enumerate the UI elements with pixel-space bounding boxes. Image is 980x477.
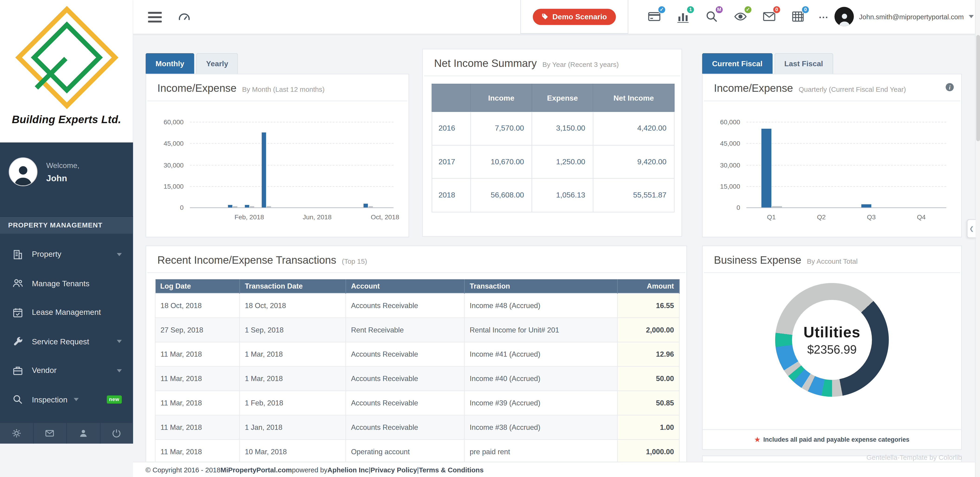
chart-bar [364,204,368,207]
transaction-cell: pre paid rent [465,440,617,464]
account-cell: Accounts Receivable [346,293,465,318]
transaction-date-cell: 1 Mar, 2018 [239,342,346,366]
log-date-cell: 11 Mar, 2018 [155,391,239,415]
chart-bar [233,206,237,207]
monthly-bar-chart: 60,00045,00030,00015,0000Feb, 2018Jun, 2… [154,121,399,208]
collapse-panel-handle[interactable]: ❮ [967,219,976,238]
logout-icon[interactable] [100,423,133,443]
sidebar-item-lease-management[interactable]: Lease Management [0,298,133,327]
chevron-down-icon [117,369,122,372]
scrollbar[interactable] [975,0,980,477]
card-title: Income/Expense [158,83,237,94]
sidebar-item-manage-tenants[interactable]: Manage Tenants [0,269,133,298]
tab-last-fiscal[interactable]: Last Fiscal [775,53,833,74]
expense-cell: 3,150.00 [532,111,593,145]
card-title: Income/Expense [714,83,793,94]
new-badge: new [107,396,122,404]
transaction-cell: Income #41 (Accrued) [465,342,617,366]
fiscal-tabs: Current Fiscal Last Fiscal [702,53,835,74]
user-email: John.smith@mipropertyportal.com [859,13,964,20]
username: John [46,173,80,183]
sidebar-menu: Property Manage Tenants Lease Management… [0,240,133,443]
messages-icon[interactable] [33,423,67,443]
log-date-cell: 18 Oct, 2018 [155,293,239,318]
dashboard-content: Monthly Yearly Income/ExpenseBy Month (L… [133,34,980,477]
log-date-cell: 11 Mar, 2018 [155,415,239,440]
briefcase-icon [13,365,23,376]
sidebar-item-inspection[interactable]: Inspection new [0,385,133,414]
mail-icon[interactable]: 0 [761,9,777,24]
column-header-transaction-date[interactable]: Transaction Date [239,279,346,293]
schedule-badge: 0 [801,6,810,14]
transaction-cell: Rental Income for Unit# 201 [465,318,617,342]
tag-icon [542,13,549,20]
transaction-cell: Income #39 (Accrued) [465,391,617,415]
chevron-down-icon [117,253,122,256]
year-cell: 2018 [432,178,471,212]
tab-yearly[interactable]: Yearly [196,53,238,74]
transaction-cell: Income #38 (Accrued) [465,415,617,440]
building-icon [13,249,23,260]
column-header-net-income: Net Income [593,84,674,111]
info-icon[interactable]: i [946,83,954,91]
transaction-row: 11 Mar, 2018 1 Mar, 2018 Accounts Receiv… [155,342,679,366]
transaction-row: 11 Mar, 2018 1 Mar, 2018 Accounts Receiv… [155,366,679,391]
chart-bar [250,206,255,207]
net-income-row: 2016 7,570.00 3,150.00 4,420.00 [432,111,674,145]
reports-icon[interactable]: 1 [675,9,691,24]
site-link[interactable]: MiPropertyPortal.com [220,466,292,473]
chevron-down-icon [117,340,122,343]
user-menu[interactable]: John.smith@mipropertyportal.com [835,7,974,26]
column-header [432,84,471,111]
demo-scenario-container: Demo Scenario [520,0,628,34]
demo-scenario-button[interactable]: Demo Scenario [533,8,616,25]
amount-cell: 1,000.00 [617,440,679,464]
user-avatar [835,7,854,26]
sidebar-item-label: Lease Management [32,308,101,317]
payments-icon[interactable]: ✓ [646,9,662,24]
more-icon[interactable]: ... [819,9,829,24]
log-date-cell: 27 Sep, 2018 [155,318,239,342]
net-income-cell: 55,551.87 [593,178,674,212]
column-header-account[interactable]: Account [346,279,465,293]
magnifier-icon [13,394,23,405]
tab-current-fiscal[interactable]: Current Fiscal [702,53,772,74]
log-date-cell: 11 Mar, 2018 [155,366,239,391]
search-icon[interactable]: M [704,9,719,24]
business-expense-donut[interactable]: Utilities $2356.99 [775,283,889,397]
mail-badge: 0 [773,6,781,14]
menu-toggle-icon[interactable] [148,12,162,25]
business-expense-card: Business ExpenseBy Account Total Utiliti… [702,246,962,450]
income-expense-monthly-card: Income/ExpenseBy Month (Last 12 months) … [146,74,409,237]
log-date-cell: 11 Mar, 2018 [155,440,239,464]
sidebar-item-vendor[interactable]: Vendor [0,356,133,385]
settings-icon[interactable] [0,423,33,443]
privacy-policy-link[interactable]: Privacy Policy [371,466,417,473]
copyright-footer: © Copyright 2016 - 2018 MiPropertyPortal… [133,462,980,477]
expense-cell: 1,250.00 [532,145,593,178]
sidebar-item-property[interactable]: Property [0,240,133,269]
sidebar-item-service-request[interactable]: Service Request [0,327,133,356]
account-cell: Accounts Receivable [346,415,465,440]
chart-bar [761,129,772,207]
transactions-table: Log Date Transaction Date Account Transa… [155,279,680,464]
profile-icon[interactable] [67,423,100,443]
preview-icon[interactable]: ✓ [733,9,748,24]
star-icon: ★ [754,436,760,443]
brand-block: Building Experts Ltd. [0,0,133,142]
main-area: Demo Scenario ✓ 1 M ✓ [133,0,980,477]
column-header-transaction[interactable]: Transaction [465,279,617,293]
terms-link[interactable]: Terms & Conditions [419,466,484,473]
top-navigation: Demo Scenario ✓ 1 M ✓ [133,0,980,34]
schedule-icon[interactable]: 0 [790,9,806,24]
tab-monthly[interactable]: Monthly [146,53,194,74]
expense-cell: 1,056.13 [532,178,593,212]
dashboard-icon[interactable] [178,11,191,23]
card-title: Business Expense [714,254,801,266]
chart-bar [245,205,249,207]
income-cell: 7,570.00 [471,111,532,145]
net-income-cell: 4,420.00 [593,111,674,145]
column-header-log-date[interactable]: Log Date [155,279,239,293]
column-header-amount[interactable]: Amount [617,279,679,293]
scrollbar-thumb[interactable] [976,35,980,141]
